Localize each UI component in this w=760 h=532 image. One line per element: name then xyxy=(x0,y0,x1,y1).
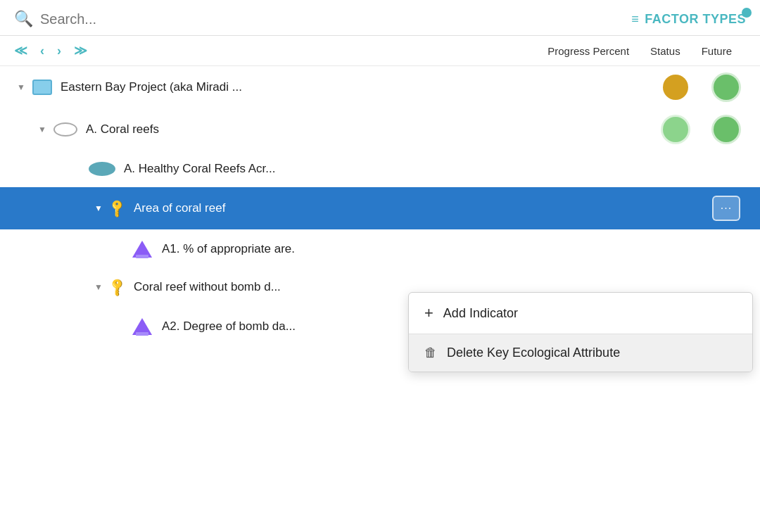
status-circles xyxy=(663,117,746,142)
item-label: A. Healthy Coral Reefs Acr... xyxy=(124,162,746,176)
item-label: A. Coral reefs xyxy=(86,122,663,137)
sort-right[interactable]: › xyxy=(57,44,61,58)
chevron-icon: ▼ xyxy=(91,203,106,213)
active-dot-indicator xyxy=(742,8,752,18)
sort-controls: ≪ ‹ › ≫ Progress Percent Status Future xyxy=(0,36,760,66)
sort-left[interactable]: ‹ xyxy=(40,44,44,58)
delete-kea-label: Delete Key Ecological Attribute xyxy=(447,346,620,360)
search-bar: 🔍 ≡ FACTOR TYPES xyxy=(0,0,760,36)
search-input[interactable] xyxy=(40,11,631,27)
future-circle-green xyxy=(714,75,739,100)
future-circle-green xyxy=(714,117,739,142)
item-icon-triangle xyxy=(131,315,153,338)
item-icon-oval-filled xyxy=(89,162,115,176)
filter-icon: ≡ xyxy=(631,12,639,27)
chevron-icon: ▼ xyxy=(91,282,106,292)
factor-types-label: FACTOR TYPES xyxy=(645,12,746,27)
chevron-icon: ▼ xyxy=(14,82,28,92)
delete-kea-menu-item[interactable]: 🗑 Delete Key Ecological Attribute xyxy=(409,334,752,372)
chevron-icon: ▼ xyxy=(35,125,49,134)
item-icon-oval-outline xyxy=(53,122,77,137)
sort-arrows: ≪ ‹ › ≫ xyxy=(14,43,87,58)
item-label: Area of coral reef xyxy=(134,201,712,215)
item-icon-square xyxy=(32,80,52,95)
col-future: Future xyxy=(702,45,732,57)
col-status: Status xyxy=(650,45,680,57)
item-icon-triangle xyxy=(131,238,153,260)
status-circles xyxy=(663,75,746,100)
add-indicator-menu-item[interactable]: + Add Indicator xyxy=(409,293,752,334)
status-circle-gold xyxy=(663,75,688,100)
tree-item-eastern-bay[interactable]: ▼ Eastern Bay Project (aka Miradi ... xyxy=(0,66,760,108)
add-icon: + xyxy=(424,304,433,322)
delete-icon: 🗑 xyxy=(424,346,437,360)
item-label: A1. % of appropriate are. xyxy=(162,242,746,256)
item-label: Eastern Bay Project (aka Miradi ... xyxy=(61,80,663,94)
item-icon-key: 🔑 xyxy=(110,279,125,295)
tree-item-a1-percent[interactable]: A1. % of appropriate are. xyxy=(0,229,760,269)
item-icon-key: 🔑 xyxy=(110,201,125,216)
col-progress-percent: Progress Percent xyxy=(547,45,629,57)
add-indicator-label: Add Indicator xyxy=(443,306,518,321)
tree-item-coral-reefs[interactable]: ▼ A. Coral reefs xyxy=(0,108,760,151)
tree-item-healthy-coral[interactable]: A. Healthy Coral Reefs Acr... xyxy=(0,151,760,187)
status-circle-green xyxy=(663,117,688,142)
column-headers: Progress Percent Status Future xyxy=(547,45,746,57)
context-menu: + Add Indicator 🗑 Delete Key Ecological … xyxy=(408,292,753,372)
more-options-button[interactable]: ··· xyxy=(712,196,740,221)
tree-item-area-of-coral[interactable]: ▼ 🔑 Area of coral reef ··· xyxy=(0,187,760,229)
factor-types-button[interactable]: ≡ FACTOR TYPES xyxy=(631,12,746,27)
sort-double-right[interactable]: ≫ xyxy=(74,43,87,58)
search-icon: 🔍 xyxy=(14,10,33,28)
sort-double-left[interactable]: ≪ xyxy=(14,43,27,58)
